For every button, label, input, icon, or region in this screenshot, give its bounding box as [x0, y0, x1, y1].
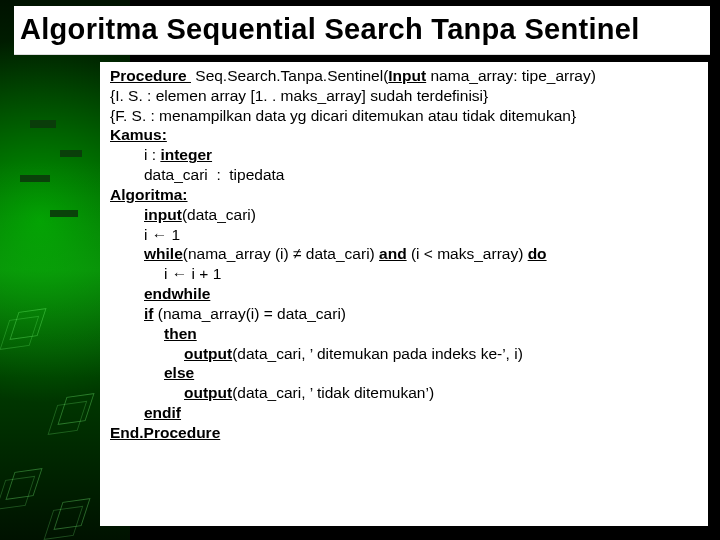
stmt-i-incr: i ← i + 1: [164, 264, 698, 284]
section-kamus: Kamus:: [110, 125, 698, 145]
decorative-block: [30, 120, 56, 128]
keyword-input: Input: [388, 67, 426, 84]
final-state: {F. S. : menampilkan data yg dicari dite…: [110, 106, 698, 126]
stmt-output-notfound: output(data_cari, ’ tidak ditemukan’): [184, 383, 698, 403]
wireframe-cube: [57, 393, 94, 425]
decorative-block: [20, 175, 50, 182]
stmt-if: if (nama_array(i) = data_cari): [144, 304, 698, 324]
initial-state: {I. S. : elemen array [1. . maks_array] …: [110, 86, 698, 106]
wireframe-cube: [53, 498, 90, 530]
section-algoritma: Algoritma:: [110, 185, 698, 205]
slide-title: Algoritma Sequential Search Tanpa Sentin…: [14, 6, 710, 55]
stmt-endprocedure: End.Procedure: [110, 423, 698, 443]
stmt-endwhile: endwhile: [144, 284, 698, 304]
stmt-endif: endif: [144, 403, 698, 423]
slide: Algoritma Sequential Search Tanpa Sentin…: [0, 0, 720, 540]
stmt-else: else: [164, 363, 698, 383]
pseudocode-panel: Procedure Seq.Search.Tanpa.Sentinel(Inpu…: [100, 62, 708, 526]
stmt-while: while(nama_array (i) ≠ data_cari) and (i…: [144, 244, 698, 264]
keyword-procedure: Procedure: [110, 67, 191, 84]
proc-signature: Procedure Seq.Search.Tanpa.Sentinel(Inpu…: [110, 66, 698, 86]
decl-data-cari: data_cari : tipedata: [144, 165, 698, 185]
wireframe-cube: [5, 468, 42, 500]
decorative-block: [60, 150, 82, 157]
decl-i: i : integer: [144, 145, 698, 165]
stmt-i-assign: i ← 1: [144, 225, 698, 245]
stmt-output-found: output(data_cari, ’ ditemukan pada indek…: [184, 344, 698, 364]
decorative-block: [50, 210, 78, 217]
wireframe-cube: [9, 308, 46, 340]
stmt-input: input(data_cari): [144, 205, 698, 225]
stmt-then: then: [164, 324, 698, 344]
